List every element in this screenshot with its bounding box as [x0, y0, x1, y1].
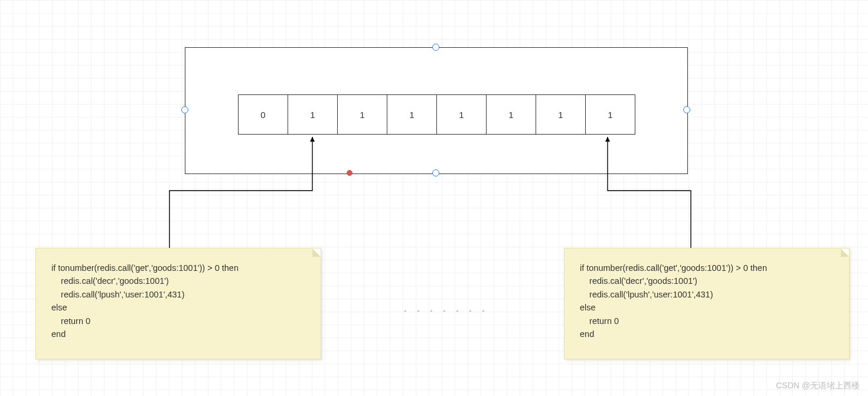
code-line: redis.cal('decr','goods:1001') [51, 276, 169, 286]
cell-value: 0 [260, 110, 265, 120]
code-line: return 0 [580, 316, 619, 326]
cell-value: 1 [409, 110, 414, 120]
cell-value: 1 [310, 110, 315, 120]
queue-cell-3: 1 [387, 95, 437, 134]
code-line: redis.cal('decr','goods:1001') [580, 276, 697, 286]
code-line: else [580, 303, 596, 312]
ellipsis-dots: 。。。。。。。 [404, 304, 495, 314]
code-line: if tonumber(redis.call('get','goods:1001… [580, 263, 767, 273]
code-line: redis.call('lpush','user:1001',431) [51, 290, 184, 299]
queue-cell-5: 1 [487, 95, 536, 134]
code-line: end [580, 329, 594, 339]
queue-cell-7: 1 [586, 95, 635, 134]
anchor-right-icon [683, 106, 690, 113]
anchor-left-icon [181, 106, 188, 113]
queue-cell-4: 1 [437, 95, 487, 134]
code-note-left: if tonumber(redis.call('get','goods:1001… [35, 248, 321, 359]
code-note-right: if tonumber(redis.call('get','goods:1001… [564, 248, 850, 359]
queue-row: 0 1 1 1 1 1 1 1 [238, 94, 635, 135]
code-line: if tonumber(redis.call('get','goods:1001… [51, 263, 239, 273]
code-line: end [51, 329, 66, 339]
cell-value: 1 [608, 110, 612, 120]
queue-cell-6: 1 [536, 95, 586, 134]
cell-value: 1 [459, 110, 464, 120]
anchor-top-icon [432, 44, 439, 51]
watermark-text: CSDN @无语堵上西楼 [776, 381, 860, 391]
cell-value: 1 [360, 110, 364, 120]
code-line: redis.call('lpush','user:1001',431) [580, 290, 713, 299]
anchor-bottom-icon [432, 169, 439, 176]
queue-cell-1: 1 [288, 95, 338, 134]
anchor-active-icon [347, 170, 353, 176]
code-line: return 0 [51, 316, 90, 326]
queue-cell-0: 0 [239, 95, 288, 134]
queue-cell-2: 1 [338, 95, 387, 134]
diagram-canvas: 0 1 1 1 1 1 1 1 if tonumber(redis.call('… [0, 0, 868, 396]
cell-value: 1 [508, 110, 513, 120]
cell-value: 1 [558, 110, 563, 120]
code-line: else [51, 303, 67, 312]
